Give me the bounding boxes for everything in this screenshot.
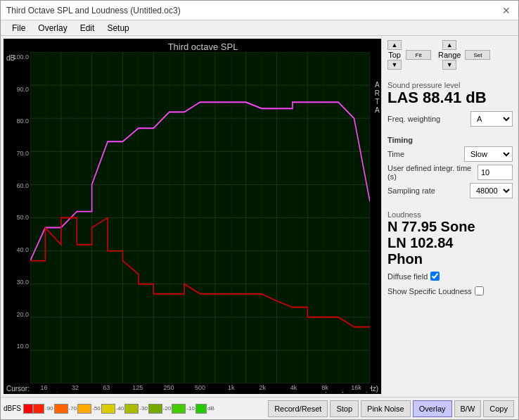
- close-button[interactable]: ✕: [500, 4, 513, 17]
- user-integr-row: User defined integr. time (s): [387, 164, 513, 181]
- menu-setup[interactable]: Setup: [101, 22, 134, 34]
- range-up-button[interactable]: ▲: [442, 40, 456, 50]
- diffuse-field-label: Diffuse field: [387, 272, 428, 281]
- bw-button[interactable]: B/W: [454, 400, 482, 417]
- title-bar: Third Octave SPL and Loudness (Untitled.…: [1, 1, 518, 20]
- user-integr-input[interactable]: [478, 165, 513, 180]
- meter-seg-4: [101, 404, 115, 414]
- timing-label: Timing: [387, 136, 513, 144]
- diffuse-field-checkbox[interactable]: [430, 272, 440, 281]
- spl-section: Sound pressure level LAS 88.41 dB: [387, 78, 513, 106]
- user-integr-label: User defined integr. time (s): [387, 164, 476, 181]
- meter-seg-8: [196, 404, 207, 414]
- set-button[interactable]: Set: [465, 50, 490, 60]
- show-specific-checkbox[interactable]: [475, 286, 484, 295]
- meter-seg-1: [33, 404, 44, 414]
- fit-control-group: Fit: [406, 50, 431, 60]
- bottom-buttons: Record/Reset Stop Pink Noise Overlay B/W…: [264, 400, 518, 417]
- n-value: N 77.95 Sone: [387, 219, 513, 235]
- show-specific-row: Show Specific Loudness: [387, 286, 513, 295]
- chart-svg-container: 100.0 90.0 80.0 70.0 60.0 50.0 40.0 30.0…: [4, 52, 370, 383]
- time-row: Time Slow Fast Impulse: [387, 146, 513, 162]
- time-select[interactable]: Slow Fast Impulse: [464, 146, 513, 162]
- menu-overlay[interactable]: Overlay: [32, 22, 72, 34]
- meter-seg-5: [124, 404, 139, 414]
- time-label: Time: [387, 150, 404, 158]
- phon-value: Phon: [387, 251, 513, 267]
- record-reset-button[interactable]: Record/Reset: [268, 400, 328, 417]
- freq-weighting-select[interactable]: A B C: [470, 111, 513, 127]
- stop-button[interactable]: Stop: [330, 400, 359, 417]
- main-content: Third octave SPL dB A R T A 100.0 90.0 8…: [1, 36, 518, 397]
- y-axis-label: dB: [6, 54, 15, 62]
- top-down-button[interactable]: ▼: [387, 60, 402, 70]
- sidebar: ▲ Top ▼ Fit ▲ Range ▼ Set Sound: [381, 36, 518, 397]
- top-control-group: ▲ Top ▼: [387, 40, 402, 70]
- main-window: Third Octave SPL and Loudness (Untitled.…: [0, 0, 519, 420]
- meter-seg-3: [77, 404, 91, 414]
- top-label: Top: [388, 51, 401, 59]
- loudness-label: Loudness: [387, 210, 513, 219]
- window-title: Third Octave SPL and Loudness (Untitled.…: [6, 6, 181, 15]
- chart-title: Third octave SPL: [4, 39, 381, 52]
- loudness-section: Loudness N 77.95 Sone LN 102.84 Phon: [387, 208, 513, 267]
- menu-edit[interactable]: Edit: [75, 22, 101, 34]
- meter-seg-0: [23, 404, 33, 414]
- dbfs-label: dBFS: [4, 405, 21, 412]
- chart-plot-area: 16 32 63 125 250 500 1k 2k 4k 8k 16k: [30, 52, 370, 383]
- overlay-button[interactable]: Overlay: [413, 400, 452, 417]
- menu-bar: File Overlay Edit Setup: [1, 20, 518, 36]
- meter-seg-2: [54, 404, 68, 414]
- show-specific-label: Show Specific Loudness: [387, 287, 472, 295]
- x-axis-labels: 16 32 63 125 250 500 1k 2k 4k 8k 16k: [30, 383, 370, 392]
- pink-noise-button[interactable]: Pink Noise: [361, 400, 411, 417]
- meter-seg-6: [148, 404, 162, 414]
- copy-button[interactable]: Copy: [483, 400, 514, 417]
- chart-svg: [30, 52, 370, 383]
- dbfs-meter-section: dBFS -90 -70 -50 -40 -30 -20 -10 dB: [1, 403, 218, 414]
- meter-seg-7: [172, 404, 186, 414]
- diffuse-field-row: Diffuse field: [387, 272, 513, 281]
- freq-weighting-label: Freq. weighting: [387, 115, 440, 123]
- top-up-button[interactable]: ▲: [387, 40, 402, 50]
- chart-area: Third octave SPL dB A R T A 100.0 90.0 8…: [4, 39, 381, 394]
- range-label: Range: [438, 51, 461, 59]
- sampling-rate-select[interactable]: 48000 44100 96000: [470, 183, 513, 198]
- ln-value: LN 102.84: [387, 235, 513, 251]
- sampling-rate-label: Sampling rate: [387, 186, 435, 195]
- timing-section: Timing Time Slow Fast Impulse User defin…: [387, 136, 513, 201]
- arta-label: A R T A: [375, 81, 380, 115]
- menu-file[interactable]: File: [6, 22, 31, 34]
- sampling-rate-row: Sampling rate 48000 44100 96000: [387, 183, 513, 198]
- freq-weighting-row: Freq. weighting A B C: [387, 111, 513, 127]
- spl-value: LAS 88.41 dB: [387, 89, 513, 106]
- y-axis-ticks: 100.0 90.0 80.0 70.0 60.0 50.0 40.0 30.0…: [4, 52, 30, 383]
- range-controls: ▲ Top ▼ Fit ▲ Range ▼ Set: [387, 40, 513, 70]
- bottom-bar: dBFS -90 -70 -50 -40 -30 -20 -10 dB: [1, 397, 518, 419]
- set-control-group: Set: [465, 50, 490, 60]
- range-control-group: ▲ Range ▼: [438, 40, 461, 70]
- range-down-button[interactable]: ▼: [442, 60, 456, 70]
- level-meter: -90 -70 -50 -40 -30 -20 -10 dB: [23, 403, 215, 414]
- fit-button[interactable]: Fit: [406, 50, 431, 60]
